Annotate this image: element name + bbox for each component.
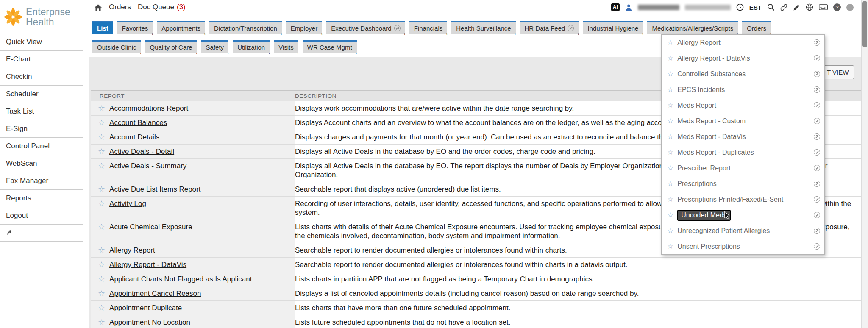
tab-industrial-hygiene[interactable]: Industrial Hygiene xyxy=(583,21,643,34)
circled-arrow-icon[interactable] xyxy=(814,196,820,203)
sidebar-item-task-list[interactable]: Task List xyxy=(0,103,83,120)
breadcrumb-orders[interactable]: Orders xyxy=(109,3,131,11)
menu-item-allergy-report[interactable]: Allergy Report xyxy=(662,35,824,50)
report-link[interactable]: Activity Log xyxy=(109,199,146,208)
circled-arrow-icon[interactable] xyxy=(814,181,820,187)
star-icon[interactable] xyxy=(667,117,673,125)
star-icon[interactable] xyxy=(667,54,673,63)
tab-employer[interactable]: Employer xyxy=(286,21,322,34)
tab-outside-clinic[interactable]: Outside Clinic xyxy=(92,40,141,53)
sidebar-item-e-sign[interactable]: E-Sign xyxy=(0,120,83,137)
favorite-star-icon[interactable] xyxy=(98,303,105,312)
favorite-star-icon[interactable] xyxy=(98,260,105,269)
menu-item-meds-report-custom[interactable]: Meds Report - Custom xyxy=(662,113,824,129)
tab-health-surveillance[interactable]: Health Surveillance xyxy=(451,21,515,34)
favorite-star-icon[interactable] xyxy=(98,275,105,284)
favorite-star-icon[interactable] xyxy=(98,246,105,255)
favorite-star-icon[interactable] xyxy=(98,118,105,127)
clock-icon[interactable] xyxy=(736,3,744,11)
user-icon[interactable] xyxy=(625,4,632,11)
report-link[interactable]: Allergy Report - DataVis xyxy=(109,260,186,269)
circled-arrow-icon[interactable] xyxy=(814,165,820,171)
menu-item-meds-report[interactable]: Meds Report xyxy=(662,97,824,113)
star-icon[interactable] xyxy=(667,85,673,94)
report-link[interactable]: Applicant Charts Not Flagged as Is Appli… xyxy=(109,275,252,284)
report-link[interactable]: Active Due List Items Report xyxy=(109,185,200,194)
view-button[interactable]: T VIEW xyxy=(821,65,854,79)
circled-arrow-icon[interactable] xyxy=(814,212,820,218)
tab-orders[interactable]: Orders xyxy=(742,21,771,34)
keyboard-icon[interactable] xyxy=(819,4,828,10)
pencil-icon[interactable] xyxy=(793,4,800,11)
favorite-star-icon[interactable] xyxy=(98,104,105,113)
circled-arrow-icon[interactable] xyxy=(814,102,820,108)
sidebar-item-checkin[interactable]: Checkin xyxy=(0,68,83,85)
report-link[interactable]: Appointment No Location xyxy=(109,318,190,327)
circled-arrow-icon[interactable] xyxy=(568,25,574,31)
report-link[interactable]: Active Deals - Detail xyxy=(109,147,174,156)
menu-item-epcs-incidents[interactable]: EPCS Incidents xyxy=(662,82,824,97)
sidebar-item-control-panel[interactable]: Control Panel xyxy=(0,137,83,155)
ai-assistant-icon[interactable]: AI xyxy=(611,3,620,11)
menu-item-prescriber-report[interactable]: Prescriber Report xyxy=(662,160,824,176)
report-link[interactable]: Appointment Duplicate xyxy=(109,303,182,312)
tab-financials[interactable]: Financials xyxy=(409,21,448,34)
sidebar-item-webscan[interactable]: WebScan xyxy=(0,155,83,172)
sidebar-item-logout[interactable]: Logout xyxy=(0,207,83,224)
star-icon[interactable] xyxy=(667,101,673,110)
tab-dictation-transcription[interactable]: Dictation/Transcription xyxy=(209,21,282,34)
tab-safety[interactable]: Safety xyxy=(201,40,229,53)
tab-wr-case-mgmt[interactable]: WR Case Mgmt xyxy=(303,40,357,53)
breadcrumb-doc-queue[interactable]: Doc Queue (3) xyxy=(138,3,186,11)
report-link[interactable]: Account Balances xyxy=(109,118,167,127)
favorite-star-icon[interactable] xyxy=(98,185,105,194)
scrollbar-thumb[interactable] xyxy=(862,1,867,47)
sidebar-item-quick-view[interactable]: Quick View xyxy=(0,33,83,50)
favorite-star-icon[interactable] xyxy=(98,318,105,327)
favorite-star-icon[interactable] xyxy=(98,289,105,298)
menu-item-unsent-prescriptions[interactable]: Unsent Prescriptions xyxy=(662,239,824,254)
tab-quality-of-care[interactable]: Quality of Care xyxy=(145,40,197,53)
star-icon[interactable] xyxy=(667,132,673,141)
circled-arrow-icon[interactable] xyxy=(394,25,401,31)
menu-item-meds-report-datavis[interactable]: Meds Report - DataVis xyxy=(662,129,824,145)
circled-arrow-icon[interactable] xyxy=(814,149,820,156)
menu-item-controlled-substances[interactable]: Controlled Substances xyxy=(662,66,824,82)
status-circle-icon[interactable] xyxy=(846,4,854,11)
menu-item-meds-report-duplicates[interactable]: Meds Report - Duplicates xyxy=(662,145,824,160)
sidebar-item-scheduler[interactable]: Scheduler xyxy=(0,85,83,103)
tab-utilization[interactable]: Utilization xyxy=(233,40,270,53)
report-link[interactable]: Accommodations Report xyxy=(109,104,188,113)
star-icon[interactable] xyxy=(667,38,673,47)
tab-hr-data-feed[interactable]: HR Data Feed xyxy=(520,21,579,34)
star-icon[interactable] xyxy=(667,179,673,188)
star-icon[interactable] xyxy=(667,211,673,220)
circled-arrow-icon[interactable] xyxy=(814,39,820,46)
menu-item-uncoded-meds[interactable]: Uncoded Meds xyxy=(662,207,824,223)
report-link[interactable]: Allergy Report xyxy=(109,246,155,255)
favorite-star-icon[interactable] xyxy=(98,199,105,208)
favorite-star-icon[interactable] xyxy=(98,161,105,170)
star-icon[interactable] xyxy=(667,195,673,204)
star-icon[interactable] xyxy=(667,164,673,172)
report-link[interactable]: Appointment Cancel Reason xyxy=(109,289,201,298)
report-link[interactable]: Active Deals - Summary xyxy=(109,161,186,170)
tab-medications-allergies-scripts[interactable]: Medications/Allergies/Scripts xyxy=(647,21,738,34)
menu-item-prescriptions-printed-faxed-e-sent[interactable]: Prescriptions Printed/Faxed/E-Sent xyxy=(662,192,824,207)
menu-item-unrecognized-patient-allergies[interactable]: Unrecognized Patient Allergies xyxy=(662,223,824,239)
sidebar-item-fax-manager[interactable]: Fax Manager xyxy=(0,172,83,189)
sidebar-item-e-chart[interactable]: E-Chart xyxy=(0,50,83,68)
favorite-star-icon[interactable] xyxy=(98,133,105,142)
tab-visits[interactable]: Visits xyxy=(274,40,298,53)
circled-arrow-icon[interactable] xyxy=(814,55,820,61)
help-icon[interactable] xyxy=(833,3,841,11)
menu-item-prescriptions[interactable]: Prescriptions xyxy=(662,176,824,192)
star-icon[interactable] xyxy=(667,226,673,235)
menu-item-allergy-report-datavis[interactable]: Allergy Report - DataVis xyxy=(662,50,824,66)
circled-arrow-icon[interactable] xyxy=(814,71,820,77)
star-icon[interactable] xyxy=(667,69,673,78)
sidebar-item-reports[interactable]: Reports xyxy=(0,189,83,207)
circled-arrow-icon[interactable] xyxy=(814,228,820,234)
home-icon[interactable] xyxy=(94,4,102,11)
tab-appointments[interactable]: Appointments xyxy=(157,21,205,34)
